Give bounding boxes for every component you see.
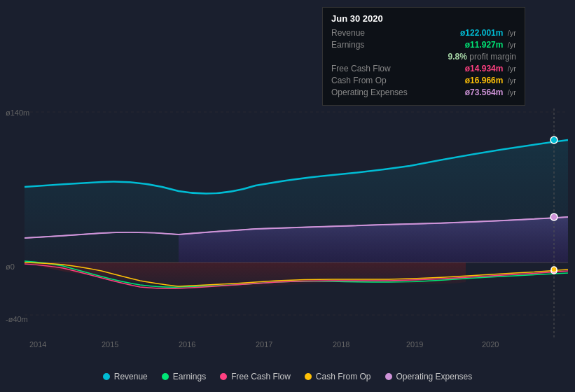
legend-label-revenue: Revenue — [114, 372, 148, 382]
tooltip-profit-margin: 9.8% profit margin — [448, 52, 516, 62]
legend-dot-opex — [385, 373, 392, 380]
tooltip-row-revenue: Revenue ø122.001m /yr — [331, 28, 516, 38]
x-label-2018: 2018 — [333, 340, 349, 349]
legend: Revenue Earnings Free Cash Flow Cash Fro… — [0, 372, 575, 382]
legend-dot-cfo — [305, 373, 312, 380]
legend-item-opex[interactable]: Operating Expenses — [385, 372, 473, 382]
svg-point-4 — [550, 136, 557, 144]
x-label-2015: 2015 — [102, 340, 118, 349]
legend-label-earnings: Earnings — [173, 372, 206, 382]
x-label-2019: 2019 — [406, 340, 423, 349]
legend-dot-revenue — [103, 373, 110, 380]
tooltip-label-cfo: Cash From Op — [331, 76, 401, 85]
tooltip-row-earnings: Earnings ø11.927m /yr — [331, 40, 516, 50]
legend-label-cfo: Cash From Op — [316, 372, 371, 382]
tooltip-title: Jun 30 2020 — [331, 13, 516, 24]
svg-point-8 — [551, 267, 557, 272]
tooltip-margin-value: 9.8% — [448, 52, 467, 62]
tooltip-suffix-earnings: /yr — [508, 41, 516, 49]
legend-item-revenue[interactable]: Revenue — [103, 372, 148, 382]
tooltip-value-revenue: ø122.001m — [460, 28, 503, 38]
x-label-2016: 2016 — [179, 340, 195, 349]
tooltip-suffix-opex: /yr — [508, 88, 516, 97]
tooltip-row-opex: Operating Expenses ø73.564m /yr — [331, 88, 516, 97]
legend-dot-fcf — [220, 373, 227, 380]
legend-dot-earnings — [162, 373, 169, 380]
legend-label-opex: Operating Expenses — [396, 372, 473, 382]
tooltip-box: Jun 30 2020 Revenue ø122.001m /yr Earnin… — [322, 7, 525, 106]
tooltip-suffix-cfo: /yr — [508, 76, 516, 85]
tooltip-label-revenue: Revenue — [331, 28, 401, 38]
legend-item-cfo[interactable]: Cash From Op — [305, 372, 371, 382]
tooltip-value-cfo: ø16.966m — [465, 76, 504, 85]
legend-label-fcf: Free Cash Flow — [231, 372, 291, 382]
legend-item-fcf[interactable]: Free Cash Flow — [220, 372, 291, 382]
x-label-2017: 2017 — [256, 340, 272, 349]
tooltip-value-fcf: ø14.934m — [465, 64, 504, 74]
legend-item-earnings[interactable]: Earnings — [162, 372, 206, 382]
svg-point-5 — [550, 214, 557, 220]
tooltip-label-fcf: Free Cash Flow — [331, 64, 401, 74]
x-label-2014: 2014 — [29, 340, 46, 349]
chart-area — [25, 108, 568, 340]
tooltip-row-fcf: Free Cash Flow ø14.934m /yr — [331, 64, 516, 74]
tooltip-value-earnings: ø11.927m — [465, 40, 504, 50]
chart-svg — [25, 108, 568, 340]
y-label-mid: ø0 — [6, 262, 15, 271]
chart-container: Jun 30 2020 Revenue ø122.001m /yr Earnin… — [0, 0, 575, 392]
tooltip-suffix-fcf: /yr — [508, 64, 516, 73]
tooltip-label-earnings: Earnings — [331, 40, 401, 50]
tooltip-label-opex: Operating Expenses — [331, 88, 408, 97]
x-label-2020: 2020 — [482, 340, 499, 349]
tooltip-suffix-revenue: /yr — [508, 29, 516, 37]
tooltip-row-margin: 9.8% profit margin — [331, 52, 516, 62]
tooltip-value-opex: ø73.564m — [465, 88, 504, 97]
tooltip-row-cfo: Cash From Op ø16.966m /yr — [331, 76, 516, 85]
